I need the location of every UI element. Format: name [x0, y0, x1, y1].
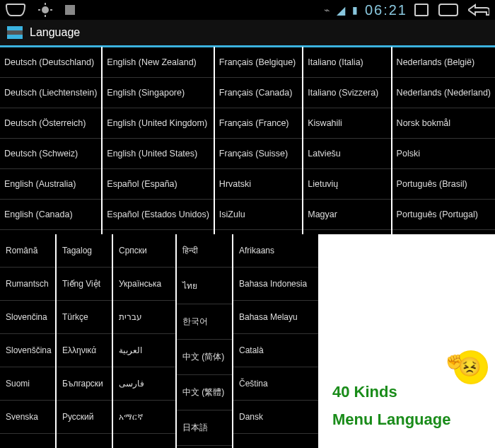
home-icon[interactable]	[6, 4, 25, 16]
emoji-icon	[454, 350, 488, 384]
language-item[interactable]: Ελληνικά	[57, 334, 112, 367]
language-column: Français (Belgique)Français (Canada)Fran…	[215, 47, 303, 234]
page-title: Language	[30, 26, 80, 39]
language-column: Nederlands (België)Nederlands (Nederland…	[392, 47, 495, 234]
language-item[interactable]: Español (España)	[103, 169, 214, 200]
language-item[interactable]: Català	[233, 334, 318, 367]
language-item[interactable]: Français (France)	[215, 108, 302, 139]
language-column: TagalogTiếng ViệtTürkçeΕλληνικάБългарски…	[57, 234, 113, 448]
language-item[interactable]: Lietuvių	[303, 169, 390, 200]
language-item[interactable]: English (Australia)	[0, 169, 101, 200]
language-item[interactable]: हिन्दी	[177, 234, 232, 268]
language-item[interactable]: Latviešu	[303, 139, 390, 169]
language-item[interactable]: Slovenčina	[0, 301, 55, 334]
promo-line1: 40 Kinds	[332, 378, 450, 406]
language-item[interactable]: Français (Suisse)	[215, 139, 302, 169]
clock: 06:21	[365, 2, 407, 18]
language-item[interactable]: Русский	[57, 401, 112, 434]
language-item[interactable]: Dansk	[233, 401, 318, 434]
language-item[interactable]: Rumantsch	[0, 268, 55, 301]
language-item[interactable]: Slovenščina	[0, 334, 55, 367]
download-icon[interactable]	[65, 5, 75, 15]
language-columns-top: Deutsch (Deutschland)Deutsch (Liechtenst…	[0, 47, 495, 234]
language-item[interactable]: Română	[0, 234, 55, 268]
language-item[interactable]: Norsk bokmål	[392, 108, 495, 139]
language-item[interactable]: Italiano (Italia)	[303, 47, 390, 78]
language-item[interactable]: Deutsch (Liechtenstein)	[0, 78, 101, 108]
promo-line2: Menu Language	[332, 406, 450, 434]
language-item[interactable]: Tagalog	[57, 234, 112, 268]
language-item[interactable]: Deutsch (Österreich)	[0, 108, 101, 139]
language-item[interactable]: 中文 (繁體)	[177, 375, 232, 410]
statusbar-left-icons	[6, 3, 75, 17]
language-item[interactable]: Português (Portugal)	[392, 200, 495, 230]
brightness-icon[interactable]	[38, 3, 52, 17]
promo-text: 40 Kinds Menu Language	[332, 378, 450, 434]
language-column: English (New Zealand)English (Singapore)…	[103, 47, 215, 234]
language-column: Italiano (Italia)Italiano (Svizzera)Kisw…	[303, 47, 392, 234]
home-nav-icon[interactable]	[438, 4, 458, 16]
settings-icon[interactable]	[7, 26, 23, 39]
language-item[interactable]: Bahasa Indonesia	[233, 268, 318, 301]
title-bar: Language	[0, 20, 495, 47]
language-item[interactable]: Nederlands (België)	[392, 47, 495, 78]
language-item[interactable]: Italiano (Svizzera)	[303, 78, 390, 108]
language-item[interactable]: Български	[57, 367, 112, 401]
language-item[interactable]: Hrvatski	[215, 169, 302, 200]
language-item[interactable]: English (Singapore)	[103, 78, 214, 108]
language-item[interactable]: IsiZulu	[215, 200, 302, 230]
language-item[interactable]: Српски	[113, 234, 175, 268]
language-item[interactable]: Magyar	[303, 200, 390, 230]
bluetooth-icon: ⌁	[324, 4, 330, 16]
language-column: Deutsch (Deutschland)Deutsch (Liechtenst…	[0, 47, 103, 234]
recent-apps-icon[interactable]	[414, 4, 429, 16]
language-item[interactable]: Español (Estados Unidos)	[103, 200, 214, 230]
language-item[interactable]: Français (Belgique)	[215, 47, 302, 78]
promo-area: 40 Kinds Menu Language	[318, 234, 495, 448]
nav-buttons	[414, 4, 489, 16]
language-item[interactable]: English (Canada)	[0, 200, 101, 230]
language-item[interactable]: 中文 (简体)	[177, 340, 232, 375]
signal-icon: ▮	[352, 4, 358, 16]
language-item[interactable]: Čeština	[233, 367, 318, 401]
language-item[interactable]: Deutsch (Schweiz)	[0, 139, 101, 169]
language-item[interactable]: Afrikaans	[233, 234, 318, 268]
language-item[interactable]: Nederlands (Nederland)	[392, 78, 495, 108]
language-item[interactable]: Suomi	[0, 367, 55, 401]
language-item[interactable]: Português (Brasil)	[392, 169, 495, 200]
language-item[interactable]: English (New Zealand)	[103, 47, 214, 78]
language-item[interactable]: Kiswahili	[303, 108, 390, 139]
bottom-area: RomânăRumantschSlovenčinaSlovenščinaSuom…	[0, 234, 495, 448]
language-item[interactable]: 日本語	[177, 410, 232, 446]
language-column: СрпскиУкраїнськаעבריתالعربيةفارسیአማርኛ	[113, 234, 177, 448]
language-item[interactable]: Deutsch (Deutschland)	[0, 47, 101, 78]
back-icon[interactable]	[468, 4, 489, 16]
language-item[interactable]: English (United Kingdom)	[103, 108, 214, 139]
language-item[interactable]: Tiếng Việt	[57, 268, 112, 301]
language-column: हिन्दीไทย한국어中文 (简体)中文 (繁體)日本語	[177, 234, 233, 448]
language-item[interactable]: Українська	[113, 268, 175, 301]
statusbar-right: ⌁ ◢ ▮ 06:21	[324, 2, 489, 18]
language-item[interactable]: فارسی	[113, 367, 175, 401]
language-item[interactable]: አማርኛ	[113, 401, 175, 434]
language-column: RomânăRumantschSlovenčinaSlovenščinaSuom…	[0, 234, 57, 448]
language-item[interactable]: 한국어	[177, 304, 232, 340]
language-item[interactable]: Svenska	[0, 401, 55, 434]
svg-point-0	[42, 6, 49, 13]
language-item[interactable]: Français (Canada)	[215, 78, 302, 108]
language-item[interactable]: العربية	[113, 334, 175, 367]
language-item[interactable]: Polski	[392, 139, 495, 169]
language-column: AfrikaansBahasa IndonesiaBahasa MelayuCa…	[233, 234, 318, 448]
status-bar: ⌁ ◢ ▮ 06:21	[0, 0, 495, 20]
language-item[interactable]: Bahasa Melayu	[233, 301, 318, 334]
language-item[interactable]: ไทย	[177, 268, 232, 304]
language-columns-bottom: RomânăRumantschSlovenčinaSlovenščinaSuom…	[0, 234, 318, 448]
language-item[interactable]: English (United States)	[103, 139, 214, 169]
language-item[interactable]: Türkçe	[57, 301, 112, 334]
language-item[interactable]: עברית	[113, 301, 175, 334]
wifi-icon: ◢	[337, 4, 345, 17]
